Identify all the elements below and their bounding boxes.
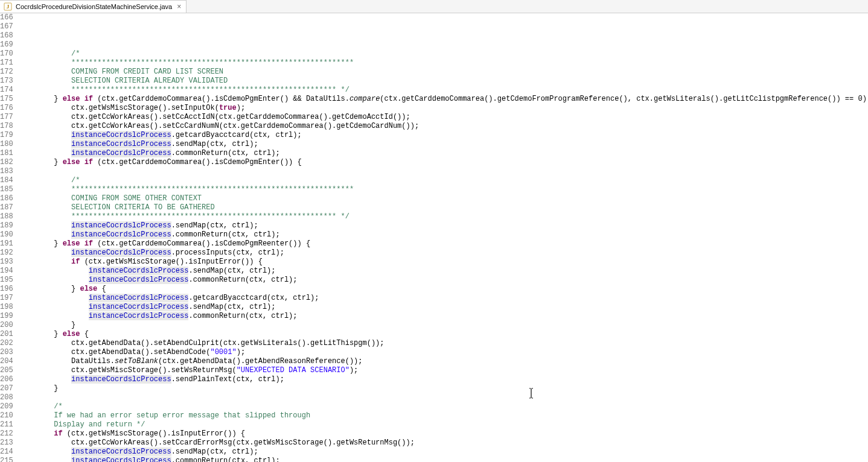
code-line[interactable]: /* — [19, 49, 868, 59]
code-line[interactable]: ctx.getCcWorkAreas().setCcAcctIdN(ctx.ge… — [19, 113, 868, 122]
close-icon[interactable]: × — [176, 2, 182, 11]
code-line[interactable]: ****************************************… — [19, 59, 868, 68]
line-number: 180 — [0, 140, 13, 149]
code-line[interactable]: ****************************************… — [19, 86, 868, 95]
code-line[interactable]: instanceCocrdslcProcess.sendMap(ctx, ctr… — [19, 140, 868, 149]
line-number: 205 — [0, 366, 13, 375]
code-line[interactable]: instanceCocrdslcProcess.sendMap(ctx, ctr… — [19, 303, 868, 312]
code-line[interactable]: } else if (ctx.getCarddemoCommarea().isC… — [19, 95, 868, 104]
line-number: 184 — [0, 176, 13, 185]
code-line[interactable]: instanceCocrdslcProcess.commonReturn(ctx… — [19, 230, 868, 239]
code-line[interactable]: SELECTION CRITERIA ALREADY VALIDATED — [19, 77, 868, 86]
line-number: 191 — [0, 239, 13, 248]
line-number: 185 — [0, 185, 13, 194]
code-line[interactable]: instanceCocrdslcProcess.getcardByacctcar… — [19, 294, 868, 303]
line-number: 204 — [0, 357, 13, 366]
tab-bar: J CocrdslcProcedureDivisionStateMachineS… — [0, 0, 868, 13]
code-line[interactable]: instanceCocrdslcProcess.getcardByacctcar… — [19, 131, 868, 140]
code-line[interactable]: ctx.getWsMiscStorage().setInputOk(true); — [19, 104, 868, 113]
code-line[interactable]: ctx.getCcWorkAreas().setCcardErrorMsg(ct… — [19, 438, 868, 448]
code-line[interactable]: COMING FROM CREDIT CARD LIST SCREEN — [19, 68, 868, 77]
code-line[interactable]: ****************************************… — [19, 185, 868, 194]
code-line[interactable]: If we had an error setup error message t… — [19, 411, 868, 420]
code-line[interactable]: } — [19, 321, 868, 330]
line-number: 193 — [0, 258, 13, 267]
line-number: 177 — [0, 113, 13, 122]
code-line[interactable]: } else if (ctx.getCarddemoCommarea().isC… — [19, 158, 868, 167]
code-line[interactable]: Display and return */ — [19, 420, 868, 429]
svg-text:J: J — [7, 4, 10, 10]
line-number: 199 — [0, 312, 13, 321]
code-area[interactable]: /* *************************************… — [19, 13, 868, 462]
code-line[interactable]: ****************************************… — [19, 212, 868, 221]
line-number: 215 — [0, 457, 13, 462]
line-number: 188 — [0, 212, 13, 221]
line-number: 168 — [0, 31, 13, 40]
line-number: 169 — [0, 40, 13, 49]
code-line[interactable]: } — [19, 384, 868, 393]
line-number: 182 — [0, 158, 13, 167]
code-line[interactable]: ctx.getCcWorkAreas().setCcCardNumN(ctx.g… — [19, 122, 868, 131]
line-number: 214 — [0, 448, 13, 457]
line-number: 208 — [0, 393, 13, 402]
line-number: 203 — [0, 348, 13, 357]
line-number: 200 — [0, 321, 13, 330]
line-number: 175 — [0, 95, 13, 104]
line-number: 210 — [0, 411, 13, 420]
code-line[interactable]: } else { — [19, 330, 868, 339]
code-line[interactable]: COMING FROM SOME OTHER CONTEXT — [19, 194, 868, 203]
code-line[interactable]: if (ctx.getWsMiscStorage().isInputError(… — [19, 429, 868, 438]
line-number: 170 — [0, 49, 13, 59]
code-line[interactable]: ctx.getAbendData().setAbendCulprit(ctx.g… — [19, 339, 868, 348]
line-number: 197 — [0, 294, 13, 303]
line-number: 186 — [0, 194, 13, 203]
tab-filename: CocrdslcProcedureDivisionStateMachineSer… — [16, 3, 172, 10]
code-line[interactable]: if (ctx.getWsMiscStorage().isInputError(… — [19, 258, 868, 267]
line-number: 189 — [0, 221, 13, 230]
code-line[interactable]: instanceCocrdslcProcess.processInputs(ct… — [19, 248, 868, 258]
code-line[interactable]: instanceCocrdslcProcess.sendPlainText(ct… — [19, 375, 868, 384]
code-line[interactable]: instanceCocrdslcProcess.commonReturn(ctx… — [19, 457, 868, 462]
line-number: 211 — [0, 420, 13, 429]
line-number: 196 — [0, 285, 13, 294]
code-line[interactable]: /* — [19, 176, 868, 185]
java-file-icon: J — [4, 2, 12, 11]
line-number: 167 — [0, 22, 13, 31]
code-line[interactable]: /* — [19, 402, 868, 411]
code-line[interactable]: ctx.getWsMiscStorage().setWsReturnMsg("U… — [19, 366, 868, 375]
code-line[interactable]: } else if (ctx.getCarddemoCommarea().isC… — [19, 239, 868, 248]
code-line[interactable]: ctx.getAbendData().setAbendCode("0001"); — [19, 348, 868, 357]
line-number: 202 — [0, 339, 13, 348]
code-line[interactable]: } else { — [19, 285, 868, 294]
line-number: 181 — [0, 149, 13, 158]
code-line[interactable]: instanceCocrdslcProcess.sendMap(ctx, ctr… — [19, 221, 868, 230]
code-line[interactable] — [19, 40, 868, 49]
code-line[interactable]: instanceCocrdslcProcess.sendMap(ctx, ctr… — [19, 448, 868, 457]
line-number: 179 — [0, 131, 13, 140]
line-number: 178 — [0, 122, 13, 131]
code-line[interactable]: instanceCocrdslcProcess.commonReturn(ctx… — [19, 276, 868, 285]
code-line[interactable]: instanceCocrdslcProcess.commonReturn(ctx… — [19, 312, 868, 321]
line-number: 187 — [0, 203, 13, 212]
line-number: 212 — [0, 429, 13, 438]
line-number: 194 — [0, 267, 13, 276]
line-number: 173 — [0, 77, 13, 86]
line-number: 190 — [0, 230, 13, 239]
line-number: 198 — [0, 303, 13, 312]
code-line[interactable]: instanceCocrdslcProcess.sendMap(ctx, ctr… — [19, 267, 868, 276]
line-number: 201 — [0, 330, 13, 339]
line-number: 183 — [0, 167, 13, 176]
code-line[interactable]: instanceCocrdslcProcess.commonReturn(ctx… — [19, 149, 868, 158]
line-number: 195 — [0, 276, 13, 285]
line-number: 171 — [0, 59, 13, 68]
line-number: 174 — [0, 86, 13, 95]
code-line[interactable] — [19, 167, 868, 176]
code-line[interactable]: DataUtils.setToBlank(ctx.getAbendData().… — [19, 357, 868, 366]
line-number: 166 — [0, 13, 13, 22]
line-number: 213 — [0, 438, 13, 448]
tab-file[interactable]: J CocrdslcProcedureDivisionStateMachineS… — [0, 0, 187, 13]
code-line[interactable] — [19, 393, 868, 402]
line-number: 176 — [0, 104, 13, 113]
code-line[interactable]: SELECTION CRITERIA TO BE GATHERED — [19, 203, 868, 212]
code-editor[interactable]: 1661671681691701711721731741751761771781… — [0, 13, 868, 462]
